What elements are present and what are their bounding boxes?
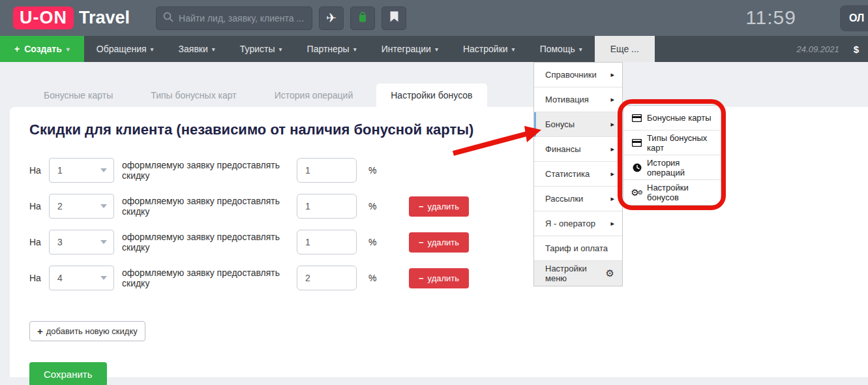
current-date: 24.09.2021 (797, 44, 839, 54)
content-panel: Скидки для клиента (независимо от наличи… (10, 107, 868, 377)
submenu-arrow-icon: ▸ (610, 95, 614, 104)
more-menu-item-finances[interactable]: Финансы▸ (534, 137, 622, 162)
more-menu-item-menu-settings[interactable]: Настройки меню⚙ (534, 261, 622, 286)
select-value: 3 (57, 237, 63, 247)
submenu-item-label: Бонусные карты (647, 113, 711, 123)
menu-item-partners[interactable]: Партнеры▾ (295, 36, 369, 62)
menu-item-label: Бонусы (545, 119, 575, 129)
cogs-icon: ⚙⚙ (631, 188, 642, 197)
menu-item-appeals[interactable]: Обращения▾ (84, 36, 166, 62)
tab-bonus-cards[interactable]: Бонусные карты (29, 84, 127, 107)
flights-button[interactable]: ✈ (319, 7, 344, 30)
currency-indicator[interactable]: $ (854, 44, 859, 55)
discount-row: На 3 оформляемую заявку предоставлять ск… (29, 230, 868, 254)
page-title: Скидки для клиента (независимо от наличи… (29, 121, 868, 138)
app-logo[interactable]: U-ON Travel (13, 7, 130, 29)
minus-icon: − (419, 202, 424, 211)
request-count-select[interactable]: 4 (49, 266, 114, 290)
menu-item-label: Справочники (545, 70, 597, 80)
more-menu-item-tariff-payment[interactable]: Тариф и оплата (534, 236, 622, 261)
row-sentence: оформляемую заявку предоставлять скидку (122, 160, 297, 181)
delete-row-button[interactable]: − удалить (409, 196, 469, 217)
submenu-item-operation-history[interactable]: История операций (623, 155, 721, 180)
gear-icon: ⚙ (606, 268, 614, 279)
marketplace-button[interactable] (350, 7, 375, 30)
submenu-item-bonus-cards[interactable]: Бонусные карты (623, 106, 721, 131)
discount-percent-input[interactable] (297, 230, 357, 254)
operator-label: ОЛ (849, 12, 864, 24)
tab-bonus-card-types[interactable]: Типы бонусных карт (136, 84, 250, 107)
menu-item-label: Рассылки (545, 194, 583, 204)
submenu-item-label: Настройки бонусов (647, 183, 714, 202)
submenu-arrow-icon: ▸ (610, 70, 614, 79)
search-icon (163, 12, 173, 25)
navbar-right: 24.09.2021 $ (797, 36, 859, 62)
menu-item-integrations[interactable]: Интеграции▾ (369, 36, 451, 62)
chevron-down-icon (100, 276, 107, 280)
submenu-arrow-icon: ▸ (610, 194, 614, 203)
airplane-icon: ✈ (326, 10, 337, 25)
menu-item-requests[interactable]: Заявки▾ (166, 36, 228, 62)
delete-button-label: удалить (428, 273, 459, 283)
more-menu-item-statistics[interactable]: Статистика▸ (534, 162, 622, 187)
chevron-down-icon: ▾ (67, 46, 70, 53)
chevron-down-icon: ▾ (151, 46, 154, 53)
more-menu-item-directories[interactable]: Справочники▸ (534, 63, 622, 87)
discount-percent-input[interactable] (297, 194, 357, 219)
bookmark-icon (390, 11, 398, 25)
tab-bonus-settings[interactable]: Настройки бонусов (376, 84, 486, 107)
menu-item-label: Тариф и оплата (545, 243, 608, 253)
more-menu-item-motivation[interactable]: Мотивация▸ (534, 87, 622, 112)
chevron-down-icon (100, 168, 107, 172)
submenu-item-bonus-settings[interactable]: ⚙⚙ Настройки бонусов (623, 180, 721, 205)
clock-icon (631, 163, 642, 172)
search-input[interactable] (179, 13, 305, 23)
menu-item-help[interactable]: Помощь▾ (528, 36, 595, 62)
submenu-item-label: История операций (647, 158, 714, 177)
discount-row: На 2 оформляемую заявку предоставлять ск… (29, 194, 868, 219)
request-count-select[interactable]: 1 (49, 158, 114, 183)
menu-item-label: Я - оператор (545, 219, 595, 228)
tab-operation-history[interactable]: История операций (260, 84, 368, 107)
logo-suffix: Travel (79, 8, 130, 28)
create-button[interactable]: + Создать ▾ (0, 36, 84, 62)
row-prefix-label: На (29, 237, 49, 247)
menu-item-more[interactable]: Еще ... (595, 36, 655, 62)
row-sentence: оформляемую заявку предоставлять скидку (122, 268, 297, 288)
more-menu-item-bonuses[interactable]: Бонусы▸ (534, 112, 622, 137)
credit-card-icon (631, 114, 642, 122)
delete-row-button[interactable]: − удалить (409, 232, 469, 253)
global-search[interactable] (156, 7, 312, 30)
minus-icon: − (419, 238, 424, 247)
chevron-down-icon: ▾ (212, 46, 215, 53)
menu-item-label: Помощь (540, 44, 575, 54)
discount-percent-input[interactable] (297, 266, 357, 290)
menu-item-label: Настройки (463, 44, 508, 54)
bonuses-submenu: Бонусные карты Типы бонусных карт Истори… (623, 105, 721, 206)
request-count-select[interactable]: 2 (49, 194, 114, 219)
menu-item-label: Еще ... (610, 44, 639, 54)
delete-row-button[interactable]: − удалить (409, 268, 469, 288)
request-count-select[interactable]: 3 (49, 230, 114, 254)
discount-percent-input[interactable] (297, 158, 357, 183)
operator-button[interactable]: ОЛ (840, 5, 868, 31)
plus-icon: + (14, 44, 20, 54)
delete-button-label: удалить (428, 202, 459, 211)
select-value: 1 (57, 165, 63, 176)
chevron-down-icon: ▾ (279, 46, 282, 53)
row-sentence: оформляемую заявку предоставлять скидку (122, 196, 297, 217)
submenu-item-bonus-card-types[interactable]: Типы бонусных карт (623, 131, 721, 155)
page-bottom-strip (0, 377, 868, 385)
percent-sign: % (368, 201, 382, 211)
add-discount-button[interactable]: + добавить новую скидку (29, 321, 145, 341)
row-prefix-label: На (29, 165, 49, 176)
menu-item-label: Настройки меню (545, 264, 606, 283)
more-menu-item-me-operator[interactable]: Я - оператор▸ (534, 211, 622, 236)
menu-item-settings[interactable]: Настройки▾ (451, 36, 528, 62)
more-menu-item-mailings[interactable]: Рассылки▸ (534, 187, 622, 211)
minus-icon: − (419, 273, 424, 283)
menu-item-tourists[interactable]: Туристы▾ (228, 36, 295, 62)
row-prefix-label: На (29, 273, 49, 283)
chevron-down-icon: ▾ (353, 46, 357, 53)
bookmarks-button[interactable] (382, 7, 406, 30)
